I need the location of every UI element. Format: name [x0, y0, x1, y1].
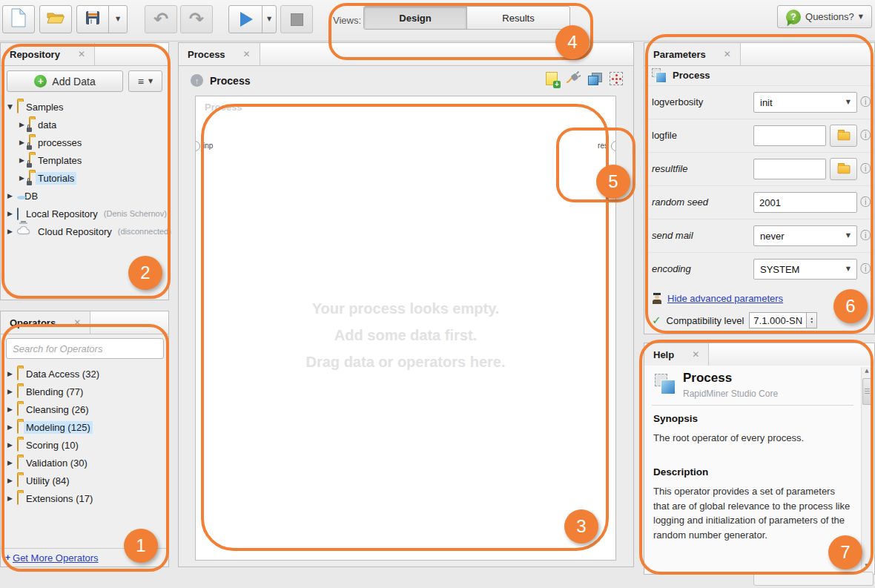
random-seed-input[interactable]: [753, 192, 857, 213]
expand-arrow-icon[interactable]: ▶: [5, 192, 15, 199]
expand-arrow-icon[interactable]: ▶: [5, 388, 15, 395]
process-canvas[interactable]: Process inp res Your process looks empty…: [195, 96, 616, 561]
tab-results-view[interactable]: Results: [467, 7, 569, 29]
close-icon[interactable]: ✕: [243, 49, 251, 59]
tree-item-label: Blending (77): [24, 386, 85, 398]
repository-menu-button[interactable]: ≡ ▼: [128, 70, 162, 92]
hide-advanced-parameters-link[interactable]: Hide advanced parameters: [667, 293, 783, 304]
run-dropdown-button[interactable]: ▼: [262, 5, 277, 33]
tree-item-cloud-repository[interactable]: ▶ Cloud Repository (disconnected): [1, 222, 168, 240]
questions-button[interactable]: ? Questions? ▼: [777, 5, 872, 28]
lock-icon: [27, 145, 32, 150]
tab-operators[interactable]: Operators ✕: [1, 311, 90, 334]
tree-item-extensions[interactable]: ▶ Extensions (17): [1, 489, 168, 507]
tree-item-local-repository[interactable]: ▶ Local Repository (Denis Schernov): [1, 205, 168, 222]
tree-item-scoring[interactable]: ▶ Scoring (10): [1, 436, 168, 454]
open-process-button[interactable]: [39, 5, 72, 33]
info-icon[interactable]: ⓘ: [860, 129, 871, 142]
info-icon[interactable]: ⓘ: [860, 262, 871, 276]
add-annotation-icon[interactable]: [546, 72, 558, 85]
logverbosity-select[interactable]: init ▼: [753, 92, 857, 113]
add-data-button[interactable]: + Add Data: [7, 70, 123, 92]
tree-item-data-access[interactable]: ▶ Data Access (32): [1, 365, 168, 383]
scroll-up-icon[interactable]: ▲: [862, 368, 872, 377]
tree-item-cleansing[interactable]: ▶ Cleansing (26): [1, 400, 168, 418]
expand-arrow-icon[interactable]: ▶: [5, 210, 15, 217]
scroll-down-icon[interactable]: ▼: [862, 563, 872, 572]
expand-arrow-icon[interactable]: ▶: [5, 477, 15, 484]
repository-tabstrip: Repository ✕: [1, 43, 168, 66]
tree-item-blending[interactable]: ▶ Blending (77): [1, 383, 168, 400]
tree-item-tutorials[interactable]: ▶ Tutorials: [1, 169, 168, 187]
expand-arrow-icon[interactable]: ▶: [17, 156, 27, 164]
param-label: resultfile: [652, 163, 687, 174]
logfile-browse-button[interactable]: [830, 125, 857, 147]
tree-item-modeling[interactable]: ▶ Modeling (125): [1, 418, 168, 436]
subprocess-layers-icon[interactable]: [588, 73, 602, 85]
new-process-button[interactable]: [2, 5, 35, 33]
info-icon[interactable]: ⓘ: [860, 196, 871, 209]
expand-arrow-icon[interactable]: ▶: [17, 139, 27, 146]
expand-arrow-icon[interactable]: ▶: [17, 174, 27, 182]
param-row-logfile: logfile ⓘ: [644, 119, 874, 152]
tab-parameters-label: Parameters: [653, 49, 706, 60]
input-port[interactable]: [195, 141, 200, 151]
tree-item-samples[interactable]: ▼ Samples: [1, 98, 168, 116]
redo-button[interactable]: ↷: [180, 5, 213, 33]
undo-button[interactable]: ↶: [145, 5, 177, 33]
info-icon[interactable]: ⓘ: [860, 162, 871, 176]
close-icon[interactable]: ✕: [73, 317, 81, 328]
auto-wire-plug-icon[interactable]: [565, 70, 581, 87]
breadcrumb[interactable]: Process: [210, 75, 250, 87]
tree-item-data[interactable]: ▶ data: [1, 116, 168, 133]
tree-item-db[interactable]: ▶ DB: [1, 187, 168, 205]
close-icon[interactable]: ✕: [692, 349, 699, 360]
expand-arrow-icon[interactable]: ▶: [5, 370, 15, 377]
compatibility-spinner[interactable]: ▲ ▼: [807, 312, 817, 328]
expand-arrow-icon[interactable]: ▶: [5, 406, 15, 413]
collapse-arrow-icon[interactable]: ▼: [5, 103, 15, 110]
help-scrollbar[interactable]: ▲ ▼: [861, 367, 873, 572]
tab-help[interactable]: Help ✕: [644, 343, 709, 366]
navigate-up-icon[interactable]: ↑: [191, 74, 203, 87]
expand-arrow-icon[interactable]: ▶: [5, 495, 15, 502]
expand-arrow-icon[interactable]: ▶: [5, 459, 15, 466]
tab-design-view[interactable]: Design: [364, 7, 467, 29]
close-icon[interactable]: ✕: [78, 49, 85, 59]
tab-repository[interactable]: Repository ✕: [1, 43, 95, 65]
tab-process[interactable]: Process ✕: [179, 43, 260, 65]
info-icon[interactable]: ⓘ: [860, 229, 871, 242]
expand-arrow-icon[interactable]: ▶: [5, 423, 15, 431]
empty-hint-line: Your process looks empty.: [196, 295, 615, 322]
resultfile-input[interactable]: [753, 159, 826, 179]
main-toolbar: ▼ ↶ ↷ ▼ Views: Design Results ? Question…: [0, 0, 875, 42]
spin-down-icon[interactable]: ▼: [810, 320, 813, 324]
send-mail-select[interactable]: never ▼: [753, 225, 857, 246]
scrollbar-thumb[interactable]: [862, 378, 873, 405]
tree-item-utility[interactable]: ▶ Utility (84): [1, 472, 168, 489]
tree-item-processes[interactable]: ▶ processes: [1, 133, 168, 151]
get-more-operators-link[interactable]: Get More Operators: [13, 552, 99, 564]
stop-process-button[interactable]: [280, 5, 313, 33]
tab-parameters[interactable]: Parameters ✕: [644, 43, 741, 65]
expand-arrow-icon[interactable]: ▶: [5, 228, 15, 235]
expand-arrow-icon[interactable]: ▶: [5, 441, 15, 449]
empty-hint-line: Drag data or operators here.: [196, 348, 615, 375]
encoding-select[interactable]: SYSTEM ▼: [753, 259, 857, 280]
folder-icon: [17, 457, 19, 469]
expand-arrow-icon[interactable]: ▶: [17, 121, 27, 128]
fit-view-icon[interactable]: [610, 72, 623, 85]
compatibility-value[interactable]: 7.1.000-SN: [749, 312, 807, 328]
open-folder-icon: [47, 11, 65, 27]
save-process-button[interactable]: [76, 5, 109, 33]
result-port[interactable]: [611, 141, 616, 151]
save-dropdown-button[interactable]: ▼: [108, 5, 128, 33]
run-process-button[interactable]: [228, 5, 262, 33]
operator-search-input[interactable]: [6, 338, 164, 359]
logfile-input[interactable]: [753, 125, 826, 146]
info-icon[interactable]: ⓘ: [860, 96, 871, 109]
tree-item-validation[interactable]: ▶ Validation (30): [1, 454, 168, 472]
close-icon[interactable]: ✕: [724, 49, 731, 59]
resultfile-browse-button[interactable]: [830, 158, 857, 180]
tree-item-templates[interactable]: ▶ Templates: [1, 151, 168, 169]
